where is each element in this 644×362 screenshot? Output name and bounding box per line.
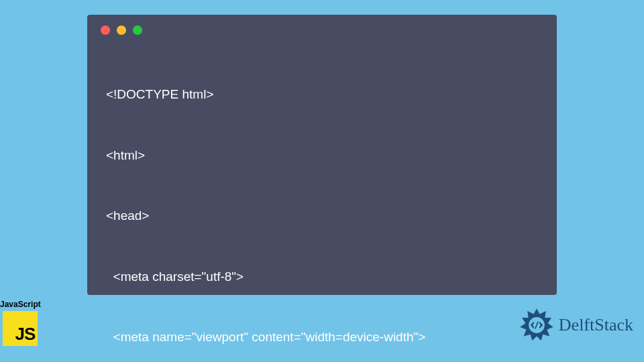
code-line: <html> bbox=[106, 146, 538, 166]
delftstack-logo-icon bbox=[519, 307, 555, 343]
delftstack-name: DelftStack bbox=[559, 315, 633, 335]
javascript-logo-text: JS bbox=[15, 324, 36, 345]
code-content: <!DOCTYPE html> <html> <head> <meta char… bbox=[87, 40, 557, 362]
close-icon bbox=[101, 25, 110, 35]
javascript-badge: JavaScript JS bbox=[0, 300, 41, 346]
window-controls bbox=[87, 15, 557, 40]
delftstack-branding: DelftStack bbox=[519, 307, 633, 343]
maximize-icon bbox=[133, 25, 142, 35]
javascript-logo-icon: JS bbox=[3, 311, 38, 346]
code-line: <meta charset="utf-8"> bbox=[106, 267, 538, 287]
code-window: <!DOCTYPE html> <html> <head> <meta char… bbox=[87, 15, 557, 295]
code-line: <head> bbox=[106, 206, 538, 226]
code-line: <!DOCTYPE html> bbox=[106, 85, 538, 105]
code-line: <meta name="viewport" content="width=dev… bbox=[106, 328, 538, 347]
javascript-label: JavaScript bbox=[0, 300, 41, 309]
minimize-icon bbox=[117, 25, 126, 35]
